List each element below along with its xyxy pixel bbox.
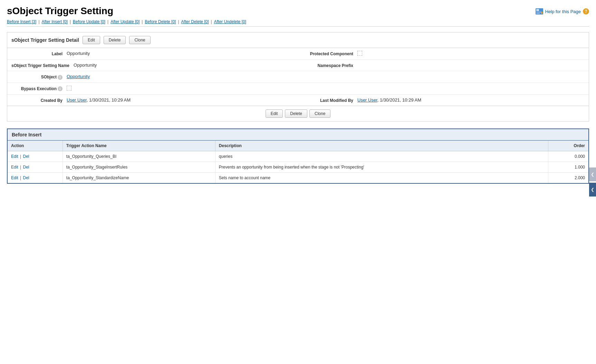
- footer-edit-button[interactable]: Edit: [266, 109, 283, 118]
- created-by-value: User User, 1/30/2021, 10:29 AM: [67, 97, 131, 103]
- footer-delete-button[interactable]: Delete: [285, 109, 307, 118]
- detail-row-setting-name: sObject Trigger Setting Name Opportunity…: [7, 60, 589, 71]
- col-description: Description: [215, 141, 548, 151]
- row1-edit-link[interactable]: Edit: [11, 154, 18, 159]
- nav-after-undelete[interactable]: After Undelete [0]: [214, 19, 246, 24]
- nav-after-insert[interactable]: After Insert [0]: [42, 19, 68, 24]
- row3-name: ta_Opportunity_StandardizeName: [63, 172, 215, 183]
- nav-after-delete[interactable]: After Delete [0]: [181, 19, 209, 24]
- nav-before-delete[interactable]: Before Delete [0]: [145, 19, 176, 24]
- last-modified-by-user-link[interactable]: User User: [357, 97, 377, 103]
- page-title: sObject Trigger Setting: [7, 6, 113, 17]
- sobject-link[interactable]: Opportunity: [67, 74, 90, 79]
- row2-name: ta_Opportunity_StageInsertRules: [63, 162, 215, 172]
- last-modified-by-value: User User, 1/30/2021, 10:29 AM: [357, 97, 421, 103]
- created-by-user-link[interactable]: User User: [67, 97, 87, 103]
- row2-order: 1.000: [548, 162, 588, 172]
- col-action: Action: [8, 141, 63, 151]
- row2-del-link[interactable]: Del: [23, 165, 29, 170]
- sobject-value: Opportunity: [67, 74, 90, 79]
- detail-row-bypass: Bypass Executioni: [7, 83, 589, 95]
- before-insert-title: Before Insert: [8, 129, 588, 141]
- row3-edit-link[interactable]: Edit: [11, 175, 18, 180]
- detail-section-title: sObject Trigger Setting Detail: [11, 37, 79, 43]
- nav-after-update[interactable]: After Update [0]: [110, 19, 140, 24]
- row1-order: 0.000: [548, 151, 588, 162]
- col-order: Order: [548, 141, 588, 151]
- protected-component-checkbox: [357, 51, 362, 56]
- detail-row-sobject: SObjecti Opportunity: [7, 71, 589, 83]
- detail-row-audit: Created By User User, 1/30/2021, 10:29 A…: [7, 95, 589, 106]
- label-field-key: Label: [11, 51, 67, 56]
- before-insert-table: Action Trigger Action Name Description O…: [8, 141, 588, 183]
- help-label: Help for this Page: [545, 9, 581, 14]
- detail-row-label: Label Opportunity Protected Component: [7, 48, 589, 60]
- row2-action: Edit | Del: [8, 162, 63, 172]
- svg-rect-2: [536, 12, 541, 12]
- row3-action: Edit | Del: [8, 172, 63, 183]
- bypass-execution-value: [67, 86, 71, 92]
- detail-section: sObject Trigger Setting Detail Edit Dele…: [7, 32, 589, 122]
- row2-description: Prevents an opportunity from being inser…: [215, 162, 548, 172]
- help-question-icon: ?: [583, 8, 589, 15]
- nav-before-insert[interactable]: Before Insert [3]: [7, 19, 36, 24]
- bypass-info-icon[interactable]: i: [58, 86, 63, 91]
- help-link[interactable]: Help for this Page ?: [536, 8, 589, 15]
- before-insert-section: Before Insert Action Trigger Action Name…: [7, 128, 589, 184]
- table-row: Edit | Del ta_Opportunity_StandardizeNam…: [8, 172, 588, 183]
- svg-rect-4: [541, 12, 542, 14]
- header-clone-button[interactable]: Clone: [129, 36, 150, 44]
- row3-description: Sets name to account name: [215, 172, 548, 183]
- row1-action: Edit | Del: [8, 151, 63, 162]
- col-trigger-action-name: Trigger Action Name: [63, 141, 215, 151]
- detail-footer: Edit Delete Clone: [7, 106, 589, 121]
- table-row: Edit | Del ta_Opportunity_Queries_BI que…: [8, 151, 588, 162]
- sidebar-tab-inactive[interactable]: ❮: [589, 167, 596, 181]
- row1-del-link[interactable]: Del: [23, 154, 29, 159]
- namespace-prefix-key: Namespace Prefix: [302, 63, 357, 68]
- row3-order: 2.000: [548, 172, 588, 183]
- sidebar-tab-container: ❮ ❮: [589, 167, 596, 189]
- nav-before-update[interactable]: Before Update [0]: [73, 19, 105, 24]
- label-field-value: Opportunity: [67, 51, 90, 56]
- svg-rect-1: [536, 9, 539, 11]
- protected-component-value: [357, 51, 362, 57]
- table-row: Edit | Del ta_Opportunity_StageInsertRul…: [8, 162, 588, 172]
- sobject-info-icon[interactable]: i: [58, 75, 63, 80]
- bypass-execution-key: Bypass Executioni: [11, 86, 67, 92]
- table-header-row: Action Trigger Action Name Description O…: [8, 141, 588, 151]
- nav-links: Before Insert [3] | After Insert [0] | B…: [7, 19, 589, 27]
- setting-name-value: Opportunity: [74, 63, 97, 68]
- row1-name: ta_Opportunity_Queries_BI: [63, 151, 215, 162]
- bypass-execution-checkbox: [67, 86, 71, 90]
- protected-component-key: Protected Component: [302, 51, 357, 56]
- sobject-key: SObjecti: [11, 74, 67, 80]
- detail-header: sObject Trigger Setting Detail Edit Dele…: [7, 32, 589, 48]
- setting-name-key: sObject Trigger Setting Name: [11, 63, 74, 68]
- created-by-key: Created By: [11, 97, 67, 103]
- detail-body: Label Opportunity Protected Component sO…: [7, 48, 589, 106]
- row2-edit-link[interactable]: Edit: [11, 165, 18, 170]
- row3-del-link[interactable]: Del: [23, 175, 29, 180]
- svg-rect-3: [536, 13, 540, 14]
- last-modified-by-key: Last Modified By: [302, 97, 357, 103]
- row1-description: queries: [215, 151, 548, 162]
- sidebar-tab-active[interactable]: ❮: [589, 183, 596, 189]
- help-page-icon: [536, 8, 543, 15]
- header-edit-button[interactable]: Edit: [83, 36, 100, 44]
- footer-clone-button[interactable]: Clone: [309, 109, 330, 118]
- header-delete-button[interactable]: Delete: [104, 36, 126, 44]
